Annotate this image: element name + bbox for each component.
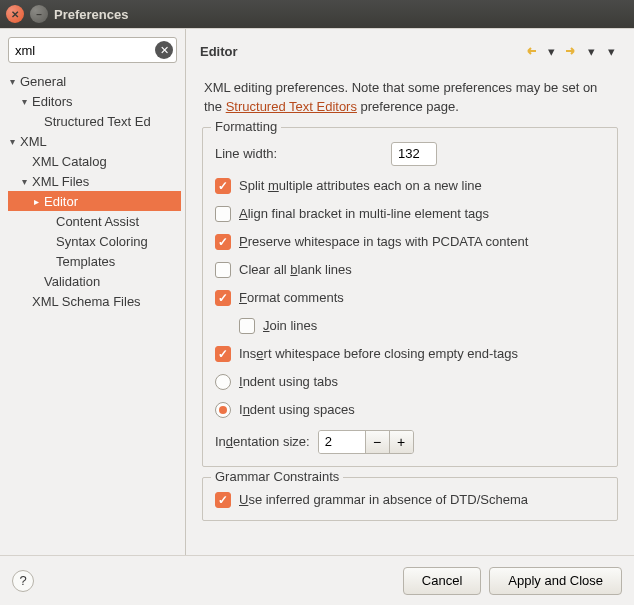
tree-item-xml-files[interactable]: ▾XML Files: [8, 171, 181, 191]
tree-expanded-icon: ▾: [22, 96, 32, 107]
indent-spaces-label: Indent using spaces: [239, 402, 355, 417]
tree-item-structured-text-ed[interactable]: Structured Text Ed: [8, 111, 181, 131]
insert-whitespace-checkbox[interactable]: [215, 346, 231, 362]
tree-item-label: XML: [20, 134, 47, 149]
indent-size-increment[interactable]: +: [389, 431, 413, 453]
footer: ? Cancel Apply and Close: [0, 555, 634, 605]
tree-item-templates[interactable]: Templates: [8, 251, 181, 271]
format-comments-checkbox[interactable]: [215, 290, 231, 306]
window-minimize-icon[interactable]: –: [30, 5, 48, 23]
tree-collapsed-icon: ▸: [34, 196, 44, 207]
formatting-legend: Formatting: [211, 119, 281, 134]
page-title: Editor: [200, 44, 522, 59]
tree-item-validation[interactable]: Validation: [8, 271, 181, 291]
nav-menu-icon[interactable]: ▾: [602, 42, 620, 60]
tree-expanded-icon: ▾: [10, 76, 20, 87]
tree-item-editors[interactable]: ▾Editors: [8, 91, 181, 111]
tree-item-general[interactable]: ▾General: [8, 71, 181, 91]
line-width-field[interactable]: [391, 142, 437, 166]
preserve-whitespace-checkbox[interactable]: [215, 234, 231, 250]
insert-whitespace-label: Insert whitespace before closing empty e…: [239, 346, 518, 361]
line-width-label: Line width:: [215, 146, 277, 161]
tree-item-editor[interactable]: ▸Editor: [8, 191, 181, 211]
sidebar: ✕ ▾General▾EditorsStructured Text Ed▾XML…: [0, 29, 186, 555]
apply-close-button[interactable]: Apply and Close: [489, 567, 622, 595]
tree-item-label: Editors: [32, 94, 72, 109]
align-bracket-label: Align final bracket in multi-line elemen…: [239, 206, 489, 221]
split-attributes-label: Split multiple attributes each on a new …: [239, 178, 482, 193]
help-icon[interactable]: ?: [12, 570, 34, 592]
indent-size-label: Indentation size:: [215, 434, 310, 449]
formatting-group: Formatting Line width: Split multiple at…: [202, 127, 618, 467]
preserve-whitespace-label: Preserve whitespace in tags with PCDATA …: [239, 234, 528, 249]
content-area: Editor ▾ ▾ ▾ XML editing preferences. No…: [186, 29, 634, 555]
cancel-button[interactable]: Cancel: [403, 567, 481, 595]
indent-size-stepper[interactable]: − +: [318, 430, 414, 454]
nav-forward-menu-icon[interactable]: ▾: [582, 42, 600, 60]
tree-item-content-assist[interactable]: Content Assist: [8, 211, 181, 231]
tree-item-label: XML Catalog: [32, 154, 107, 169]
tree-expanded-icon: ▾: [10, 136, 20, 147]
tree-item-xml-schema-files[interactable]: XML Schema Files: [8, 291, 181, 311]
preference-tree[interactable]: ▾General▾EditorsStructured Text Ed▾XMLXM…: [8, 71, 181, 551]
tree-expanded-icon: ▾: [22, 176, 32, 187]
grammar-group: Grammar Constraints Use inferred grammar…: [202, 477, 618, 521]
tree-item-label: Content Assist: [56, 214, 139, 229]
indent-spaces-radio[interactable]: [215, 402, 231, 418]
nav-back-icon[interactable]: [522, 42, 540, 60]
tree-item-label: Templates: [56, 254, 115, 269]
nav-forward-icon[interactable]: [562, 42, 580, 60]
indent-size-field[interactable]: [319, 431, 365, 453]
tree-item-label: XML Schema Files: [32, 294, 141, 309]
tree-item-xml[interactable]: ▾XML: [8, 131, 181, 151]
window-title: Preferences: [54, 7, 128, 22]
structured-text-editors-link[interactable]: Structured Text Editors: [226, 99, 357, 114]
page-description: XML editing preferences. Note that some …: [204, 79, 616, 117]
format-comments-label: Format comments: [239, 290, 344, 305]
window-close-icon[interactable]: ✕: [6, 5, 24, 23]
search-clear-icon[interactable]: ✕: [155, 41, 173, 59]
join-lines-label: Join lines: [263, 318, 317, 333]
tree-item-label: Editor: [44, 194, 78, 209]
tree-item-label: Structured Text Ed: [44, 114, 151, 129]
clear-blank-lines-label: Clear all blank lines: [239, 262, 352, 277]
tree-item-syntax-coloring[interactable]: Syntax Coloring: [8, 231, 181, 251]
tree-item-label: Syntax Coloring: [56, 234, 148, 249]
search-input[interactable]: [8, 37, 177, 63]
tree-item-xml-catalog[interactable]: XML Catalog: [8, 151, 181, 171]
title-bar: ✕ – Preferences: [0, 0, 634, 28]
tree-item-label: General: [20, 74, 66, 89]
indent-size-decrement[interactable]: −: [365, 431, 389, 453]
clear-blank-lines-checkbox[interactable]: [215, 262, 231, 278]
indent-tabs-radio[interactable]: [215, 374, 231, 390]
indent-tabs-label: Indent using tabs: [239, 374, 338, 389]
tree-item-label: XML Files: [32, 174, 89, 189]
join-lines-checkbox[interactable]: [239, 318, 255, 334]
use-inferred-grammar-label: Use inferred grammar in absence of DTD/S…: [239, 492, 528, 507]
grammar-legend: Grammar Constraints: [211, 469, 343, 484]
align-bracket-checkbox[interactable]: [215, 206, 231, 222]
nav-back-menu-icon[interactable]: ▾: [542, 42, 560, 60]
use-inferred-grammar-checkbox[interactable]: [215, 492, 231, 508]
tree-item-label: Validation: [44, 274, 100, 289]
split-attributes-checkbox[interactable]: [215, 178, 231, 194]
